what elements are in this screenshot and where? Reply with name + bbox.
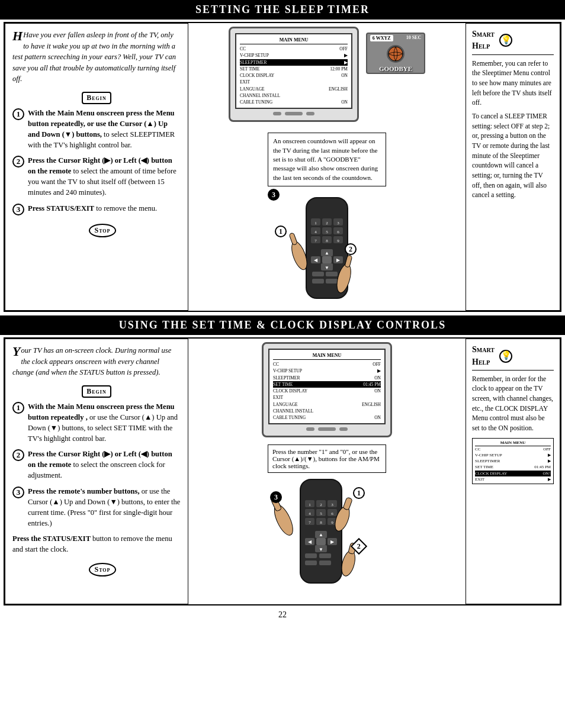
svg-text:2: 2 [320,502,322,507]
bottom-tv-ctrl-dot-1 [306,427,314,431]
svg-point-0 [389,47,403,61]
svg-rect-65 [305,553,317,558]
bottom-intro-text: Your TV has an on-screen clock. During n… [12,345,181,378]
page-number: 22 [0,608,565,624]
bottom-menu-row-sleeptimer: SLEEPTIMERON [273,375,381,381]
top-menu-row-vchip: V-CHIP SETUP▶ [240,52,348,59]
svg-text:▲: ▲ [325,250,329,256]
top-countdown-box: An onscreen countdown will appear on the… [268,133,386,186]
svg-text:◀: ◀ [308,539,312,545]
bottom-begin-badge: Begin [82,385,111,398]
svg-text:7: 7 [309,520,311,525]
svg-text:9: 9 [337,239,339,243]
svg-text:6: 6 [337,230,339,234]
bottom-step-3-text: Press the remote's number buttons, or us… [28,486,181,529]
top-tv-mockup: MAIN MENU CCOFF V-CHIP SETUP▶ SLEEPTIMER… [229,27,359,122]
bottom-menu-row-clockdisplay: CLOCK DISPLAYON [273,388,381,394]
svg-text:6: 6 [331,511,333,516]
bottom-bulb-icon: 💡 [499,350,512,363]
bottom-step-1-num: 1 [12,402,24,414]
bottom-badge-2-label: 2 [357,542,361,551]
bottom-tv-wrapper: MAIN MENU CCOFF V-CHIP SETUP▶ SLEEPTIMER… [262,342,392,442]
top-menu-row-channelinst: CHANNEL INSTALL [240,92,348,99]
bottom-sm-row-sleeptimer: SLEEPTIMER▶ [475,458,551,464]
top-menu-row-cabletuning: CABLE TUNINGON [240,99,348,105]
top-smart-help-title: Smart Help 💡 [472,28,554,55]
svg-text:3: 3 [331,502,333,507]
top-menu-row-sleeptimer: SLEEPTIMER▶ [240,59,348,66]
top-smart-help-text: Remember, you can refer to the Sleeptime… [472,59,554,108]
top-tv-screen: MAIN MENU CCOFF V-CHIP SETUP▶ SLEEPTIMER… [235,33,352,109]
bottom-menu-row-settime: SET TIME01:45 PM [273,381,381,388]
bottom-menu-row-cabletuning: CABLE TUNINGON [273,414,381,421]
bottom-section-header: Using the Set Time & Clock Display Contr… [0,315,565,335]
top-intro-text: HHave you ever fallen asleep in front of… [12,30,181,85]
top-section: Setting the Sleep Timer HHave you ever f… [0,0,565,312]
top-step-2-num: 2 [12,156,24,167]
top-menu-row-exit: EXIT [240,79,348,85]
bottom-smart-help-title: Smart Help 💡 [472,344,554,371]
bottom-tv-ctrl-dot-2 [339,427,348,431]
bottom-tv-screen: MAIN MENU CCOFF V-CHIP SETUP▶ SLEEPTIMER… [268,349,386,424]
bottom-tv-mockup: MAIN MENU CCOFF V-CHIP SETUP▶ SLEEPTIMER… [262,342,392,437]
bottom-menu-row-language: LANGUAGEENGLISH [273,401,381,408]
top-step-3: 3 Press STATUS/EXIT to remove the menu. [12,203,181,215]
svg-text:▲: ▲ [319,532,323,537]
bottom-step-2-num: 2 [12,449,24,461]
svg-rect-30 [326,272,338,276]
top-stop-badge: Stop [89,224,117,237]
bottom-sm-row-exit: EXIT▶ [475,476,551,482]
top-menu-row-settime: SET TIME12:00 PM [240,66,348,72]
bottom-menu-row-vchip: V-CHIP SETUP▶ [273,368,381,374]
svg-text:5: 5 [320,511,322,516]
svg-rect-31 [312,279,324,284]
top-tv-ctrl-bar [285,112,303,115]
bottom-step-4: Press the STATUS/EXIT button to remove t… [12,533,181,555]
top-bulb-icon: 💡 [499,34,512,47]
bottom-step-2: 2 Press the Cursor Right (▶) or Left (◀)… [12,449,181,481]
svg-text:2: 2 [326,221,328,226]
bottom-menu-row-exit: EXIT [273,394,381,401]
bottom-step-3-num: 3 [12,487,24,498]
bottom-sm-row-settime: SET TIME01:45 PM [475,464,551,470]
bottom-tv-controls [268,427,386,431]
bottom-step-1: 1 With the Main Menu onscreen press the … [12,401,181,444]
top-smart-help: Smart Help 💡 Remember, you can refer to … [466,23,560,311]
bottom-sm-row-clockdisplay: CLOCK DISPLAYON↑ [475,471,551,476]
svg-rect-60 [316,538,326,545]
bottom-sm-row-cc: CCOFF [475,446,551,452]
bottom-section: Using the Set Time & Clock Display Contr… [0,315,565,605]
top-step-3-num: 3 [12,204,24,215]
top-menu-row-language: LANGUAGEENGLISH [240,86,348,92]
svg-text:▼: ▼ [319,547,323,552]
top-step-1: 1 With the Main Menu onscreen press the … [12,108,181,151]
bottom-step-3: 3 Press the remote's number buttons, or … [12,486,181,529]
bottom-sm-row-vchip: V-CHIP SETUP▶ [475,452,551,458]
top-goodbye-screen: 6 WXYZ 10 SEC GOODBYE [366,33,425,74]
bottom-tv-ctrl-bar [318,427,336,431]
svg-rect-34 [289,233,297,246]
svg-text:1: 1 [314,221,317,226]
bottom-stop-badge: Stop [89,563,117,576]
svg-text:▶: ▶ [330,539,335,545]
top-menu-row-clockdisplay: CLOCK DISPLAYON [240,72,348,79]
top-step-2-text: Press the Cursor Right (▶) or Left (◀) b… [28,155,181,198]
bottom-menu-row-channelinst: CHANNEL INSTALL [273,408,381,414]
bottom-small-menu-title: MAIN MENU [475,440,551,446]
top-instruction-panel: HHave you ever fallen asleep in front of… [5,23,188,311]
svg-rect-72 [343,497,352,510]
top-sec-badge: 10 SEC [406,35,422,43]
top-menu-row-cc: CCOFF [240,46,348,52]
bottom-middle-area: MAIN MENU CCOFF V-CHIP SETUP▶ SLEEPTIMER… [188,339,466,604]
top-step-1-text: With the Main Menu onscreen press the Me… [28,108,181,151]
bottom-instruction-panel: Your TV has an on-screen clock. During n… [5,339,188,604]
top-tv-ctrl-dot-1 [273,112,281,115]
bottom-step-4-text: Press the STATUS/EXIT button to remove t… [12,533,181,555]
svg-text:1: 1 [309,502,311,507]
top-section-header: Setting the Sleep Timer [0,0,565,20]
top-basketball-icon [387,45,405,63]
top-smart-help-cancel: To cancel a SLEEP TIMER setting: select … [472,111,554,200]
top-remote-svg: 1 2 3 4 5 6 7 8 9 ▲ [274,195,380,307]
svg-rect-32 [326,279,338,284]
top-tv-area: MAIN MENU CCOFF V-CHIP SETUP▶ SLEEPTIMER… [229,27,425,127]
